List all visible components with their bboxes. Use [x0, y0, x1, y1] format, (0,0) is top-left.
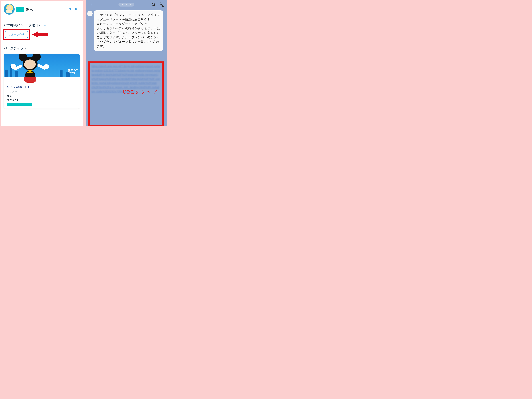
- mickey-character-icon: [16, 54, 47, 85]
- tokyo-disney-logo: Tokyo Disneyl: [68, 68, 78, 74]
- user-settings-link[interactable]: ユーザー: [69, 7, 81, 11]
- section-title-park-ticket: パークチケット: [1, 41, 83, 52]
- ticket-hero: Tokyo Disneyl: [4, 54, 80, 77]
- ticket-code-redacted: [7, 103, 32, 106]
- user-avatar-icon[interactable]: [4, 4, 15, 15]
- date-selector[interactable]: 2023年4月10日（月曜日） ⌄: [1, 18, 83, 29]
- message-text: チケットやプランをシェアしてもっと東京ディズニーリゾートを快適に過ごそう！ 東京…: [97, 13, 160, 48]
- message-row: チケットやプランをシェアしてもっと東京ディズニーリゾートを快適に過ごそう！ 東京…: [86, 9, 167, 51]
- disney-app-panel: さん ユーザー 2023年4月10日（月曜日） ⌄ グループ作成 パークチケット: [1, 1, 83, 126]
- group-create-row: グループ作成: [1, 29, 83, 41]
- url-tap-annotation: URLをタップ: [123, 89, 158, 95]
- pass-type: １デーパスポート: [7, 85, 77, 89]
- ticket-date: 2023.4.10: [7, 99, 77, 101]
- username-redacted: [16, 7, 24, 12]
- create-group-button[interactable]: グループ作成: [5, 31, 28, 38]
- search-icon[interactable]: [151, 2, 156, 7]
- chevron-down-icon: ⌄: [44, 24, 46, 27]
- diamond-icon: [27, 86, 30, 88]
- line-chat-panel: 〈 06/24 Thu チケットやプランをシェアしてもっと東京ディズニーリゾート…: [86, 0, 167, 126]
- chat-bubble[interactable]: チケットやプランをシェアしてもっと東京ディズニーリゾートを快適に過ごそう！ 東京…: [94, 10, 163, 51]
- header-user: さん: [4, 4, 33, 15]
- username-suffix: さん: [26, 7, 33, 12]
- park-ticket-card[interactable]: Tokyo Disneyl １デーパスポート ニックネーム 大人 2023.4.…: [4, 54, 80, 108]
- nickname-label: ニックネーム: [7, 89, 77, 93]
- chat-header: 〈 06/24 Thu: [86, 0, 167, 9]
- svg-point-0: [152, 3, 155, 6]
- highlight-frame: グループ作成: [3, 29, 30, 40]
- sender-avatar-icon[interactable]: [87, 11, 93, 16]
- back-button[interactable]: 〈: [88, 2, 93, 8]
- castle-logo-icon: [68, 68, 70, 71]
- chat-date-badge: 06/24 Thu: [119, 3, 134, 6]
- ticket-age: 大人: [7, 94, 77, 98]
- selected-date: 2023年4月10日（月曜日）: [4, 23, 42, 27]
- app-header: さん ユーザー: [1, 1, 83, 18]
- annotation-arrow-icon: [32, 32, 48, 37]
- url-highlight-frame: https://alvo5.app.goo.gl/? ibi=jp.tokyod…: [88, 61, 164, 126]
- call-icon[interactable]: [160, 2, 164, 7]
